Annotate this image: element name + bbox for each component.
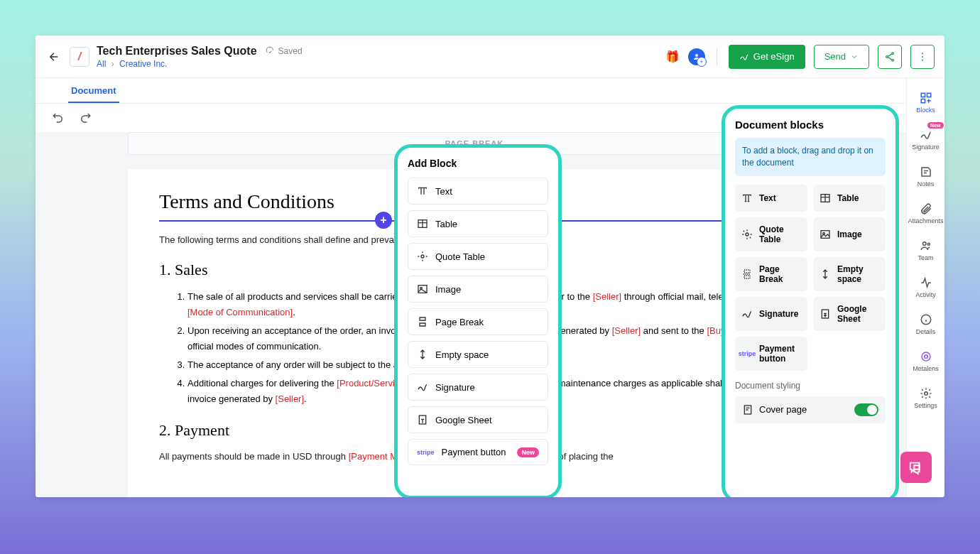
table-icon	[417, 218, 428, 229]
styling-label: Document styling	[735, 381, 886, 391]
share-button[interactable]	[878, 45, 902, 69]
right-rail: Blocks New Signature Notes Attachments T…	[906, 78, 944, 497]
gift-icon[interactable]: 🎁	[665, 50, 680, 63]
svg-point-6	[922, 59, 923, 60]
popup-google-sheet[interactable]: Google Sheet	[408, 406, 548, 433]
block-text[interactable]: Text	[735, 185, 807, 212]
insert-block-button[interactable]: +	[375, 212, 392, 229]
topbar: / Tech Enterprises Sales Quote Saved All…	[36, 36, 944, 78]
quote-table-icon	[741, 228, 753, 241]
text-icon	[741, 192, 753, 205]
popup-title: Add Block	[408, 158, 548, 169]
top-actions: 🎁 Get eSign Send	[665, 45, 935, 69]
rail-settings[interactable]: Settings	[907, 379, 945, 416]
popup-quote-table[interactable]: Quote Table	[408, 243, 548, 270]
svg-point-5	[922, 56, 923, 58]
svg-point-17	[924, 354, 927, 358]
block-signature[interactable]: Signature	[735, 297, 807, 331]
image-icon	[819, 228, 832, 241]
rail-activity[interactable]: Activity	[907, 268, 945, 305]
more-menu-button[interactable]	[910, 45, 935, 69]
rail-details[interactable]: Details	[907, 305, 945, 342]
page-title: Tech Enterprises Sales Quote	[97, 45, 257, 58]
stripe-icon: stripe	[417, 449, 435, 456]
send-button[interactable]: Send	[814, 45, 869, 69]
svg-point-0	[695, 54, 698, 57]
tab-document[interactable]: Document	[68, 80, 119, 103]
panel-hint: To add a block, drag and drop it on the …	[735, 138, 886, 176]
sheet-icon	[417, 414, 428, 425]
svg-point-2	[886, 55, 888, 58]
quote-icon	[417, 251, 428, 262]
cover-icon	[742, 404, 753, 416]
block-quote-table[interactable]: Quote Table	[735, 217, 807, 251]
app-logo: /	[70, 47, 89, 67]
blocks-grid: Text Table Quote Table Image Page Break …	[735, 185, 886, 371]
block-image[interactable]: Image	[813, 217, 886, 251]
rail-notes[interactable]: Notes	[907, 158, 945, 195]
svg-point-3	[892, 59, 894, 61]
svg-rect-11	[927, 93, 930, 97]
app-window: / Tech Enterprises Sales Quote Saved All…	[36, 36, 944, 497]
add-block-popup: Add Block Text Table Quote Table Image P…	[394, 144, 562, 497]
page-break-icon	[741, 268, 753, 281]
cover-page-row: Cover page	[735, 396, 886, 423]
panel-title: Document blocks	[735, 119, 886, 131]
tabs: Document	[36, 78, 944, 104]
chat-fab[interactable]	[900, 452, 932, 483]
empty-space-icon	[819, 268, 832, 281]
table-icon	[819, 192, 832, 205]
title-area: Tech Enterprises Sales Quote Saved All ›…	[97, 45, 665, 69]
get-esign-button[interactable]: Get eSign	[729, 45, 805, 69]
signature-icon	[741, 308, 753, 320]
undo-button[interactable]	[50, 109, 67, 126]
svg-point-20	[746, 233, 748, 236]
popup-empty-space[interactable]: Empty space	[408, 341, 548, 368]
svg-rect-12	[921, 99, 925, 102]
svg-point-1	[892, 53, 894, 55]
popup-page-break[interactable]: Page Break	[408, 308, 548, 335]
svg-point-14	[927, 243, 930, 245]
divider	[717, 48, 717, 65]
add-collaborator-button[interactable]	[688, 48, 705, 65]
block-payment-button[interactable]: stripePayment button	[735, 337, 807, 371]
popup-table[interactable]: Table	[408, 210, 548, 237]
image-icon	[417, 283, 428, 295]
popup-signature[interactable]: Signature	[408, 374, 548, 401]
block-empty-space[interactable]: Empty space	[813, 257, 886, 291]
rail-team[interactable]: Team	[907, 232, 945, 268]
back-button[interactable]	[45, 48, 62, 65]
popup-payment-button[interactable]: stripePayment buttonNew	[408, 439, 548, 465]
page-break-icon	[417, 316, 428, 327]
block-google-sheet[interactable]: Google Sheet	[813, 297, 886, 331]
block-table[interactable]: Table	[813, 185, 886, 212]
stripe-icon: stripe	[741, 347, 753, 360]
block-page-break[interactable]: Page Break	[735, 257, 807, 291]
breadcrumb[interactable]: All › Creative Inc.	[97, 59, 665, 69]
rail-signature[interactable]: New Signature	[907, 121, 945, 158]
cover-page-toggle[interactable]	[854, 403, 878, 416]
sheet-icon	[819, 308, 832, 320]
rail-blocks[interactable]: Blocks	[907, 84, 945, 121]
svg-point-26	[421, 255, 424, 258]
svg-rect-10	[921, 93, 925, 97]
svg-point-4	[922, 53, 923, 54]
popup-text[interactable]: Text	[408, 178, 548, 205]
popup-image[interactable]: Image	[408, 276, 548, 303]
signature-icon	[417, 381, 428, 393]
svg-point-16	[922, 352, 930, 361]
rail-metalens[interactable]: Metalens	[907, 342, 945, 379]
text-icon	[417, 185, 428, 197]
redo-button[interactable]	[77, 109, 94, 126]
svg-point-13	[922, 241, 926, 245]
saved-status: Saved	[266, 46, 303, 56]
rail-attachments[interactable]: Attachments	[907, 195, 945, 232]
empty-space-icon	[417, 349, 428, 360]
document-blocks-panel: Document blocks To add a block, drag and…	[722, 105, 899, 497]
svg-point-18	[924, 391, 927, 395]
